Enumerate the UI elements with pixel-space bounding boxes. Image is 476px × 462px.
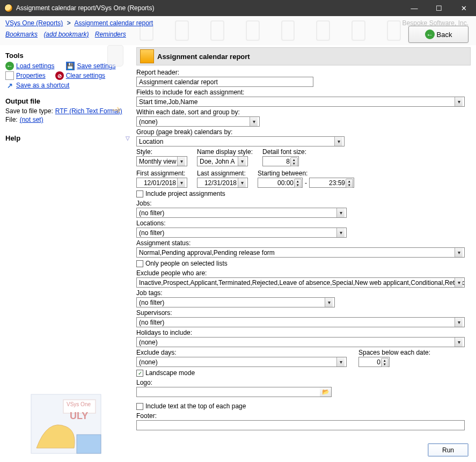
last-assignment-date[interactable]: 12/31/2018: [197, 178, 248, 188]
load-settings-icon: ←: [5, 62, 14, 70]
report-header-label: Report header:: [136, 69, 471, 76]
help-section-title[interactable]: Help ▽: [5, 134, 130, 142]
output-watermark-icon: ➜: [107, 103, 126, 118]
job-tags-label: Job tags:: [136, 289, 471, 297]
window-title: Assignment calendar report/VSys One (Rep…: [16, 4, 402, 12]
between-from-spinner[interactable]: 00:00: [258, 178, 303, 188]
back-button[interactable]: ← Back: [408, 26, 468, 43]
watermark-icons: [140, 16, 401, 45]
sidebar: Tools ← Load settings 💾 Save settings Pr…: [0, 45, 133, 462]
style-select[interactable]: Monthly view: [136, 156, 187, 166]
calendar-report-icon: [140, 49, 154, 63]
status-select[interactable]: Normal,Pending approval,Pending release …: [136, 247, 465, 258]
supervisors-label: Supervisors:: [136, 309, 471, 317]
minimize-button[interactable]: —: [402, 0, 427, 16]
run-button[interactable]: Run: [428, 443, 468, 457]
last-assignment-label: Last assignment:: [197, 170, 248, 177]
save-shortcut-link[interactable]: Save as a shortcut: [16, 82, 69, 89]
svg-rect-4: [77, 435, 101, 453]
tab-add-bookmark[interactable]: (add bookmark): [43, 31, 89, 38]
logo-input[interactable]: [136, 387, 320, 397]
back-button-label: Back: [437, 31, 452, 39]
logo-label: Logo:: [136, 379, 471, 386]
first-assignment-label: First assignment:: [136, 170, 187, 177]
jobs-label: Jobs:: [136, 200, 471, 207]
tab-reminders[interactable]: Reminders: [95, 31, 126, 38]
tab-bookmarks[interactable]: Bookmarks: [5, 31, 38, 38]
help-expand-icon: ▽: [126, 135, 130, 141]
save-type-label: Save to file type:: [5, 107, 53, 115]
group-label: Group (page break) calendars by:: [136, 128, 471, 136]
between-dash: -: [305, 179, 307, 187]
shortcut-icon: ↗: [5, 81, 14, 90]
between-to-spinner[interactable]: 23:59: [309, 178, 354, 188]
svg-text:VSys One: VSys One: [67, 401, 91, 407]
fields-label: Fields to include for each assignment:: [136, 89, 471, 96]
breadcrumb: VSys One (Reports) > Assignment calendar…: [5, 19, 153, 27]
status-label: Assignment status:: [136, 239, 471, 247]
breadcrumb-separator: >: [67, 19, 71, 27]
properties-link[interactable]: Properties: [16, 72, 46, 79]
name-style-select[interactable]: Doe, John A: [197, 156, 248, 166]
title-bar: Assignment calendar report/VSys One (Rep…: [0, 0, 476, 16]
breadcrumb-root[interactable]: VSys One (Reports): [5, 19, 63, 27]
name-style-label: Name display style:: [197, 148, 253, 156]
top-strip: VSys One (Reports) > Assignment calendar…: [0, 16, 476, 45]
holidays-label: Holidays to include:: [136, 329, 471, 336]
jobs-select[interactable]: (no filter): [136, 208, 347, 218]
spaces-label: Spaces below each date:: [358, 349, 430, 356]
include-text-top-label: Include text at the top of each page: [145, 402, 246, 410]
landscape-label: Landscape mode: [145, 369, 195, 377]
sort-select[interactable]: (none): [136, 116, 260, 127]
exclude-people-select[interactable]: Inactive,Prospect,Applicant,Terminated,R…: [136, 277, 465, 288]
holidays-select[interactable]: (none): [136, 337, 465, 347]
footer-label: Footer:: [136, 412, 471, 420]
maximize-button[interactable]: ☐: [427, 0, 451, 16]
close-button[interactable]: ✕: [451, 0, 476, 16]
content-area: Assignment calendar report Report header…: [133, 45, 476, 462]
exclude-days-label: Exclude days:: [136, 349, 347, 356]
content-header-title: Assignment calendar report: [157, 53, 250, 61]
properties-icon: [5, 71, 14, 80]
exclude-people-label: Exclude people who are:: [136, 269, 471, 277]
only-lists-label: Only people on selected lists: [145, 260, 228, 267]
report-header-input[interactable]: [136, 77, 313, 87]
font-size-spinner[interactable]: 8: [262, 156, 299, 166]
only-lists-checkbox[interactable]: [136, 260, 143, 267]
file-value[interactable]: (not set): [20, 116, 43, 123]
include-text-top-checkbox[interactable]: [136, 403, 143, 410]
file-label: File:: [5, 116, 18, 123]
clear-settings-link[interactable]: Clear settings: [66, 72, 105, 79]
sort-label: Within each date, sort and group by:: [136, 108, 471, 116]
back-arrow-icon: ←: [425, 30, 435, 39]
app-icon: [4, 4, 13, 12]
starting-between-label: Starting between:: [258, 170, 354, 177]
clipboard-watermark-icon: [107, 45, 123, 67]
content-header: Assignment calendar report: [136, 47, 471, 65]
run-button-label: Run: [442, 446, 454, 454]
sidebar-illustration: VSys One ULY: [26, 389, 106, 459]
breadcrumb-current[interactable]: Assignment calendar report: [74, 19, 153, 27]
locations-select[interactable]: (no filter): [136, 228, 347, 238]
style-label: Style:: [136, 148, 187, 156]
top-tabs: Bookmarks (add bookmark) Reminders: [5, 29, 130, 38]
job-tags-select[interactable]: (no filter): [136, 297, 335, 307]
footer-input[interactable]: [136, 420, 465, 430]
folder-icon: 📂: [322, 388, 329, 395]
locations-label: Locations:: [136, 219, 471, 227]
font-size-label: Detail font size:: [262, 148, 306, 156]
include-project-checkbox[interactable]: [136, 190, 143, 197]
clear-settings-icon: ⊘: [55, 71, 64, 80]
spaces-spinner[interactable]: 0: [358, 357, 390, 367]
load-settings-link[interactable]: Load settings: [16, 62, 54, 70]
logo-browse-button[interactable]: 📂: [320, 387, 332, 397]
save-settings-icon: 💾: [66, 62, 75, 70]
fields-select[interactable]: Start time,Job,Name: [136, 97, 465, 107]
svg-text:ULY: ULY: [70, 410, 88, 421]
include-project-label: Include project assignments: [145, 190, 225, 197]
landscape-checkbox[interactable]: ✓: [136, 370, 143, 377]
exclude-days-select[interactable]: (none): [136, 357, 347, 367]
first-assignment-date[interactable]: 12/01/2018: [136, 178, 187, 188]
group-select[interactable]: Location: [136, 136, 345, 146]
supervisors-select[interactable]: (no filter): [136, 317, 465, 327]
